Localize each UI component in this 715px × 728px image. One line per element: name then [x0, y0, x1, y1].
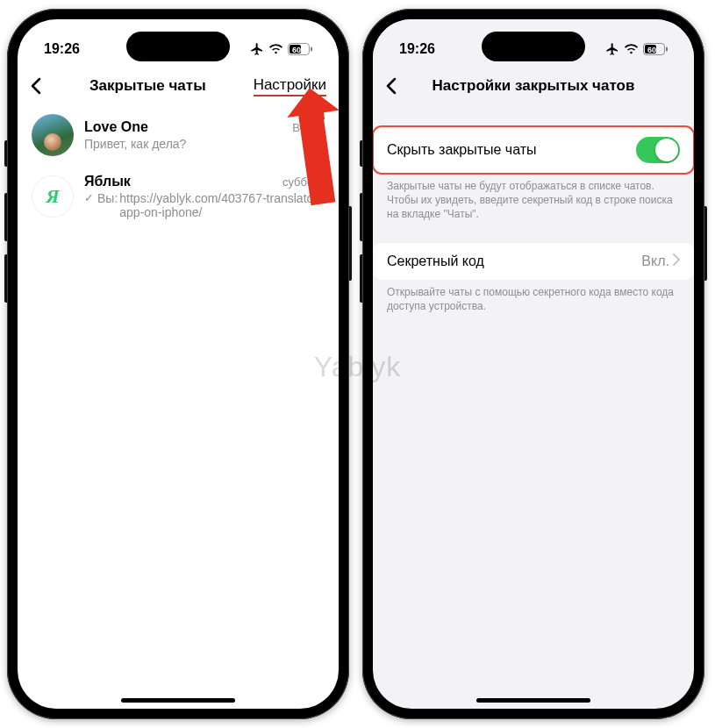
chat-name: Яблык	[84, 174, 131, 189]
avatar	[32, 114, 74, 156]
status-indicators: 60	[605, 42, 668, 56]
page-title: Настройки закрытых чатов	[385, 77, 682, 95]
hide-locked-chats-row[interactable]: Скрыть закрытые чаты	[373, 126, 694, 174]
sent-check-icon: ✓	[84, 191, 94, 204]
status-indicators: 60	[250, 42, 312, 56]
chat-time: Вчера	[292, 121, 325, 134]
settings-link[interactable]: Настройки	[254, 76, 326, 96]
airplane-icon	[250, 42, 264, 56]
svg-text:60: 60	[647, 46, 656, 54]
setting-label: Секретный код	[387, 253, 484, 269]
phone-frame-left: 19:26 60 Закрытые чаты Настройки Love On…	[7, 9, 349, 719]
battery-icon: 60	[643, 43, 668, 55]
setting-note: Закрытые чаты не будут отображаться в сп…	[373, 174, 694, 222]
page-title: Закрытые чаты	[42, 77, 254, 95]
status-time: 19:26	[399, 41, 435, 57]
svg-rect-8	[666, 47, 668, 52]
airplane-icon	[605, 42, 619, 56]
nav-bar: Настройки закрытых чатов	[373, 67, 694, 105]
chat-row[interactable]: Love One Вчера Привет, как дела?	[18, 105, 339, 165]
chat-name: Love One	[84, 119, 148, 135]
chat-preview: Привет, как дела?	[84, 137, 325, 151]
chevron-left-icon	[30, 77, 42, 95]
setting-label: Скрыть закрытые чаты	[387, 142, 537, 158]
avatar: Я	[32, 175, 74, 218]
battery-icon: 60	[288, 43, 312, 55]
back-button[interactable]	[385, 77, 397, 95]
dynamic-island	[482, 32, 585, 61]
phone-frame-right: 19:26 60 Настройки закрытых чатов Скрыть…	[362, 9, 704, 719]
nav-bar: Закрытые чаты Настройки	[18, 67, 339, 105]
setting-group-hide: Скрыть закрытые чаты	[373, 126, 694, 174]
wifi-icon	[624, 44, 639, 55]
setting-note: Открывайте чаты с помощью секретного код…	[373, 280, 694, 313]
dynamic-island	[126, 32, 230, 61]
setting-group-secret: Секретный код Вкл.	[373, 243, 694, 280]
home-indicator	[476, 698, 590, 703]
chevron-left-icon	[385, 77, 397, 95]
hide-locked-chats-toggle[interactable]	[636, 137, 680, 163]
wifi-icon	[268, 44, 283, 55]
setting-value: Вкл.	[641, 253, 669, 269]
svg-rect-2	[311, 47, 312, 52]
back-button[interactable]	[30, 77, 42, 95]
chat-list: Love One Вчера Привет, как дела? Я Яблык…	[18, 105, 339, 228]
chat-time: суббота	[282, 175, 325, 189]
home-indicator	[121, 698, 235, 703]
svg-text:60: 60	[292, 46, 301, 54]
chevron-right-icon	[673, 253, 680, 269]
chat-row[interactable]: Я Яблык суббота ✓ Вы: https://yablyk.com…	[18, 165, 339, 228]
status-time: 19:26	[44, 41, 80, 57]
secret-code-row[interactable]: Секретный код Вкл.	[373, 243, 694, 280]
chat-preview: ✓ Вы: https://yablyk.com/403767-translat…	[84, 191, 325, 219]
